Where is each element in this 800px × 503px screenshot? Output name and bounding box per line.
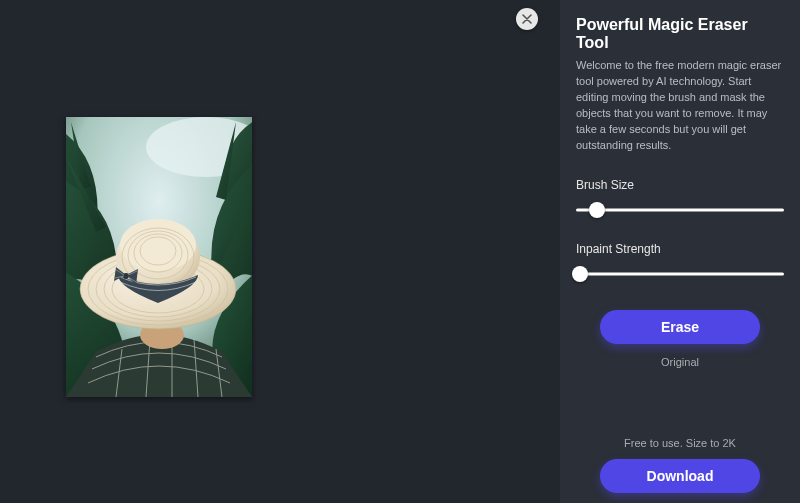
erase-button[interactable]: Erase	[600, 310, 760, 344]
download-button[interactable]: Download	[600, 459, 760, 493]
svg-point-10	[120, 219, 196, 271]
slider-track	[576, 208, 784, 211]
erase-wrap: Erase Original	[576, 310, 784, 368]
inpaint-strength-slider[interactable]	[576, 266, 784, 282]
brush-size-slider[interactable]	[576, 202, 784, 218]
original-toggle[interactable]: Original	[576, 356, 784, 368]
panel-title: Powerful Magic Eraser Tool	[576, 16, 784, 52]
slider-track	[576, 272, 784, 275]
intro-block: Powerful Magic Eraser Tool Welcome to th…	[576, 16, 784, 154]
canvas-area	[0, 0, 560, 503]
close-icon	[522, 14, 532, 24]
usage-note: Free to use. Size to 2K	[576, 437, 784, 449]
inpaint-strength-control: Inpaint Strength	[576, 242, 784, 282]
brush-size-label: Brush Size	[576, 178, 784, 192]
hat-photo-illustration	[66, 117, 252, 397]
panel-description: Welcome to the free modern magic eraser …	[576, 58, 784, 154]
slider-thumb[interactable]	[589, 202, 605, 218]
side-panel: Powerful Magic Eraser Tool Welcome to th…	[560, 0, 800, 503]
inpaint-strength-label: Inpaint Strength	[576, 242, 784, 256]
close-button[interactable]	[516, 8, 538, 30]
spacer	[576, 368, 784, 437]
editing-image[interactable]	[66, 117, 252, 397]
slider-thumb[interactable]	[572, 266, 588, 282]
brush-size-control: Brush Size	[576, 178, 784, 218]
